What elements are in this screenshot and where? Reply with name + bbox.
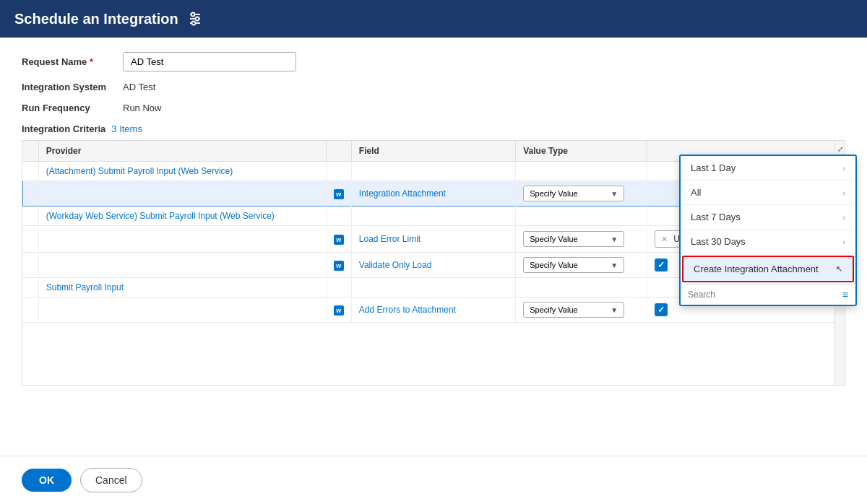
field-w-icon: w <box>334 235 344 245</box>
dropdown-item-last30days[interactable]: Last 30 Days › <box>681 230 855 254</box>
field-w-icon: w <box>334 261 344 271</box>
integration-system-row: Integration System AD Test <box>22 82 845 92</box>
dropdown-overlay: Last 1 Day › All › Last 7 Days › Last 30… <box>679 155 857 306</box>
remove-value-btn[interactable]: ✕ <box>661 235 668 244</box>
page-title: Schedule an Integration <box>14 11 178 27</box>
checked-checkbox[interactable]: ✓ <box>655 258 668 271</box>
row-provider: (Attachment) Submit Payroll Input (Web S… <box>38 162 326 181</box>
run-frequency-row: Run Frequency Run Now <box>22 103 845 113</box>
specify-value-btn-3[interactable]: Specify Value ▼ <box>523 257 624 273</box>
row-check <box>23 162 39 181</box>
col-header-check2 <box>326 141 351 162</box>
cursor-icon: ↖ <box>836 264 842 274</box>
field-name: Add Errors to Attachment <box>359 305 456 315</box>
dropdown-arrow-icon: ▼ <box>611 261 618 269</box>
chevron-right-icon: › <box>842 238 845 246</box>
chevron-right-icon: › <box>842 213 845 222</box>
specify-value-btn-2[interactable]: Specify Value ▼ <box>523 231 624 247</box>
chevron-right-icon: › <box>842 188 845 197</box>
ok-button[interactable]: OK <box>22 469 72 492</box>
field-name: Load Error Limit <box>359 234 420 244</box>
dropdown-arrow-icon: ▼ <box>611 306 618 314</box>
field-name: Validate Only Load <box>359 260 432 270</box>
dropdown-item-create-attachment[interactable]: Create Integration Attachment ↖ <box>682 256 854 282</box>
chevron-right-icon: › <box>842 164 845 173</box>
criteria-title: Integration Criteria <box>22 123 105 134</box>
checked-checkbox-2[interactable]: ✓ <box>655 303 668 316</box>
page-wrapper: Schedule an Integration Request Name * I… <box>0 0 867 504</box>
dropdown-arrow-icon: ▼ <box>611 235 618 243</box>
col-header-field: Field <box>351 141 515 162</box>
list-view-icon: ≡ <box>842 289 848 300</box>
dropdown-item-last7days[interactable]: Last 7 Days › <box>681 205 855 230</box>
svg-point-1 <box>191 13 194 17</box>
field-w-icon: w <box>334 189 344 199</box>
integration-system-label: Integration System <box>22 82 123 92</box>
integration-system-value: AD Test <box>123 82 155 92</box>
svg-point-3 <box>195 17 199 21</box>
field-w-icon: w <box>334 305 344 316</box>
criteria-count: 3 Items <box>111 123 142 134</box>
criteria-header: Integration Criteria 3 Items <box>22 123 845 134</box>
col-header-valuetype: Value Type <box>516 141 647 162</box>
request-name-input[interactable] <box>123 52 296 71</box>
required-star: * <box>90 56 93 67</box>
dropdown-search-input[interactable] <box>688 290 838 300</box>
run-frequency-label: Run Frequency <box>22 103 123 113</box>
dropdown-arrow-icon: ▼ <box>611 190 618 198</box>
footer: OK Cancel <box>0 456 867 504</box>
specify-value-btn-4[interactable]: Specify Value ▼ <box>523 302 624 318</box>
content-area: Request Name * Integration System AD Tes… <box>0 38 867 456</box>
row-provider: (Workday Web Service) Submit Payroll Inp… <box>38 207 326 226</box>
col-header-check <box>23 141 39 162</box>
request-name-row: Request Name * <box>22 52 845 71</box>
cancel-button[interactable]: Cancel <box>80 468 142 492</box>
dropdown-item-all[interactable]: All › <box>681 181 855 205</box>
row-provider: Submit Payroll Input <box>38 278 326 297</box>
run-frequency-value: Run Now <box>123 103 161 113</box>
request-name-label: Request Name * <box>22 56 123 67</box>
header: Schedule an Integration <box>0 0 867 38</box>
dropdown-item-last1day[interactable]: Last 1 Day › <box>681 156 855 181</box>
col-header-provider: Provider <box>38 141 326 162</box>
specify-value-dropdown[interactable]: Specify Value ▼ <box>523 186 624 201</box>
sliders-icon <box>187 11 203 27</box>
dropdown-search-area: ≡ <box>681 284 855 305</box>
svg-point-5 <box>191 22 195 25</box>
field-name: Integration Attachment <box>359 188 446 199</box>
